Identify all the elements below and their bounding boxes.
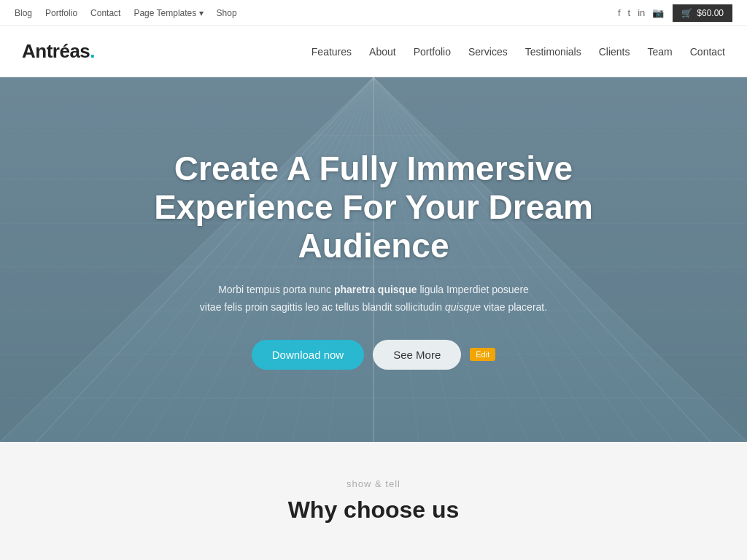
topbar-right: f t in 📷 🛒 $60.00 (618, 4, 732, 22)
site-logo[interactable]: Antréas. (22, 40, 95, 63)
hero-content: Create A Fully Immersive Experience For … (111, 149, 636, 369)
main-nav: Antréas. Features About Portfolio Servic… (0, 26, 747, 77)
main-nav-links: Features About Portfolio Services Testim… (311, 45, 725, 58)
nav-testimonials[interactable]: Testimonials (525, 46, 581, 58)
nav-services[interactable]: Services (468, 46, 508, 58)
hero-subtitle-text3: vitae placerat. (481, 301, 547, 313)
facebook-icon[interactable]: f (618, 7, 621, 18)
nav-team[interactable]: Team (648, 46, 673, 58)
below-hero-section: show & tell Why choose us (0, 442, 747, 545)
download-button[interactable]: Download now (252, 340, 364, 370)
nav-features[interactable]: Features (311, 46, 352, 58)
cart-button[interactable]: 🛒 $60.00 (673, 4, 732, 22)
linkedin-icon[interactable]: in (638, 7, 645, 18)
topbar-contact[interactable]: Contact (90, 8, 120, 18)
hero-subtitle-text1: Morbi tempus porta nunc (218, 284, 334, 295)
top-bar: Blog Portfolio Contact Page Templates ▾ … (0, 0, 747, 26)
why-choose-heading: Why choose us (15, 497, 732, 524)
nav-contact[interactable]: Contact (690, 46, 725, 58)
nav-portfolio[interactable]: Portfolio (414, 46, 451, 58)
hero-subtitle: Morbi tempus porta nunc pharetra quisque… (125, 281, 622, 316)
show-tell-label: show & tell (15, 478, 732, 489)
topbar-portfolio[interactable]: Portfolio (45, 8, 77, 18)
hero-title: Create A Fully Immersive Experience For … (125, 149, 622, 265)
logo-dot: . (90, 40, 95, 62)
twitter-icon[interactable]: t (628, 7, 631, 18)
hero-subtitle-bold: pharetra quisque (334, 284, 417, 295)
hero-buttons: Download now See More Edit (125, 340, 622, 370)
topbar-blog[interactable]: Blog (15, 8, 32, 18)
hero-subtitle-italic: quisque (445, 301, 481, 313)
nav-clients[interactable]: Clients (599, 46, 630, 58)
topbar-nav: Blog Portfolio Contact Page Templates ▾ … (15, 8, 237, 18)
hero-subtitle-text2: ligula Imperdiet posuere (417, 284, 529, 295)
see-more-button[interactable]: See More (373, 340, 461, 370)
cart-price: $60.00 (697, 8, 724, 18)
edit-badge[interactable]: Edit (470, 348, 495, 361)
instagram-icon[interactable]: 📷 (652, 7, 664, 18)
hero-subtitle-line2: vitae felis proin sagittis leo ac tellus… (200, 301, 445, 313)
social-icons: f t in 📷 (618, 7, 664, 18)
nav-about[interactable]: About (369, 46, 396, 58)
cart-icon: 🛒 (681, 8, 692, 18)
topbar-page-templates[interactable]: Page Templates ▾ (133, 8, 203, 18)
topbar-shop[interactable]: Shop (217, 8, 237, 18)
hero-section: Create A Fully Immersive Experience For … (0, 77, 747, 442)
